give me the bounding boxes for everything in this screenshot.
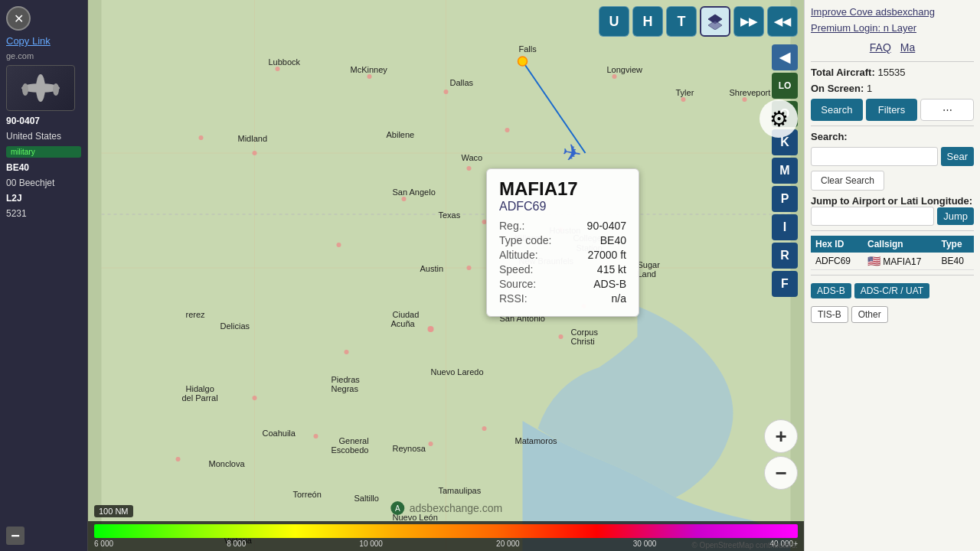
popup-speed-label: Speed: bbox=[499, 263, 533, 276]
cell-callsign: 🇺🇸 MAFIA17 bbox=[863, 253, 937, 270]
map-btn-forward[interactable]: ▶▶ bbox=[733, 6, 764, 37]
map-btn-layers[interactable] bbox=[700, 6, 730, 37]
map-area[interactable]: Falls Dallas Lubbock McKinney Longview T… bbox=[88, 0, 804, 551]
map-top-buttons: U H T ▶▶ ◀◀ bbox=[599, 6, 798, 37]
svg-point-18 bbox=[402, 197, 407, 201]
svg-text:Hidalgo: Hidalgo bbox=[186, 384, 214, 393]
svg-text:Austin: Austin bbox=[420, 264, 444, 273]
svg-text:Texas: Texas bbox=[439, 210, 461, 220]
side-btn-i[interactable]: I bbox=[772, 214, 798, 240]
jump-input[interactable] bbox=[811, 207, 934, 226]
svg-text:Lubbock: Lubbock bbox=[269, 57, 301, 67]
map-btn-h[interactable]: H bbox=[632, 6, 663, 37]
svg-text:Corpus: Corpus bbox=[571, 328, 599, 337]
svg-text:Dallas: Dallas bbox=[450, 78, 474, 87]
collapse-button[interactable]: − bbox=[6, 527, 24, 545]
search-section-label: Search: bbox=[811, 131, 974, 142]
table-row[interactable]: ADFC69 🇺🇸 MAFIA17 BE40 bbox=[811, 253, 974, 270]
svg-marker-82 bbox=[708, 21, 722, 30]
side-btn-lo[interactable]: LO bbox=[772, 73, 798, 99]
col-type: Type bbox=[937, 236, 975, 253]
clear-search-button[interactable]: Clear Search bbox=[811, 171, 884, 191]
popup-rssi-value: n/a bbox=[612, 292, 626, 305]
source-ads-c-button[interactable]: ADS-C/R / UAT bbox=[854, 283, 929, 298]
source-tis-b-button[interactable]: TIS-B bbox=[811, 306, 848, 323]
svg-point-10 bbox=[444, 90, 449, 94]
zoom-buttons: + − bbox=[764, 419, 798, 490]
improve-coverage-link[interactable]: Improve Cove adsbexchang bbox=[811, 6, 974, 18]
svg-text:Midland: Midland bbox=[238, 134, 268, 143]
svg-point-36 bbox=[518, 57, 528, 66]
svg-point-31 bbox=[176, 457, 181, 461]
on-screen-stat: On Screen: 1 bbox=[811, 83, 974, 94]
faq-link[interactable]: FAQ bbox=[870, 41, 891, 54]
popup-source-label: Source: bbox=[499, 278, 536, 290]
svg-point-27 bbox=[253, 151, 257, 155]
search-input[interactable] bbox=[811, 147, 938, 166]
extra-filter-button[interactable]: ⋯ bbox=[920, 99, 974, 121]
aircraft-thumbnail bbox=[6, 65, 75, 111]
svg-text:Negras: Negras bbox=[332, 384, 359, 393]
zoom-out-button[interactable]: − bbox=[764, 456, 798, 490]
svg-point-26 bbox=[337, 243, 341, 247]
popup-speed-value: 415 kt bbox=[597, 263, 626, 276]
popup-reg-value: 90-0407 bbox=[587, 220, 626, 232]
svg-point-14 bbox=[681, 97, 686, 102]
left-reg-value: 90-0407 bbox=[6, 116, 40, 126]
svg-text:Christi: Christi bbox=[571, 337, 595, 346]
search-button[interactable]: Search bbox=[811, 99, 863, 121]
settings-button[interactable]: ⚙ bbox=[760, 99, 798, 138]
side-btn-f[interactable]: F bbox=[772, 271, 798, 297]
watermark: A adsbexchange.com bbox=[390, 500, 502, 516]
left-l2j: L2J bbox=[6, 193, 81, 204]
side-btn-back[interactable]: ◀ bbox=[772, 44, 798, 70]
svg-point-28 bbox=[199, 135, 204, 140]
map-link[interactable]: Ma bbox=[900, 41, 915, 54]
svg-point-25 bbox=[428, 326, 434, 332]
side-btn-m[interactable]: M bbox=[772, 158, 798, 184]
svg-point-33 bbox=[429, 442, 433, 446]
premium-login-link[interactable]: Premium Login: n Layer bbox=[811, 22, 974, 34]
search-action-button[interactable]: Sear bbox=[941, 147, 974, 166]
popup-type-value: BE40 bbox=[600, 234, 626, 246]
cell-hex: ADFC69 bbox=[811, 253, 863, 270]
copy-link[interactable]: Copy Link bbox=[6, 35, 81, 47]
svg-point-29 bbox=[345, 350, 349, 354]
source-buttons: ADS-B ADS-C/R / UAT bbox=[811, 283, 974, 298]
close-button[interactable]: ✕ bbox=[6, 6, 31, 31]
jump-row: Jump bbox=[811, 207, 974, 226]
copyright: © OpenStreetMap contributors. bbox=[691, 541, 798, 549]
jump-button[interactable]: Jump bbox=[937, 207, 974, 225]
results-table: Hex ID Callsign Type ADFC69 🇺🇸 MAFIA17 B… bbox=[811, 236, 974, 270]
other-source-buttons: TIS-B Other bbox=[811, 306, 974, 323]
svg-text:McKinney: McKinney bbox=[351, 65, 388, 74]
source-ads-b-button[interactable]: ADS-B bbox=[811, 283, 851, 298]
svg-point-15 bbox=[743, 97, 747, 102]
popup-reg-label: Reg.: bbox=[499, 220, 524, 232]
color-bar bbox=[94, 524, 798, 538]
zoom-in-button[interactable]: + bbox=[764, 419, 798, 453]
svg-text:Coahuila: Coahuila bbox=[263, 429, 296, 438]
left-sidebar: ✕ Copy Link ge.com 90-0407 United States… bbox=[0, 0, 88, 551]
search-filters-buttons: Search Filters ⋯ bbox=[811, 99, 974, 121]
source-other-button[interactable]: Other bbox=[851, 306, 888, 323]
side-btn-r[interactable]: R bbox=[772, 243, 798, 269]
svg-point-1 bbox=[36, 74, 45, 102]
popup-alt-label: Altitude: bbox=[499, 249, 538, 261]
svg-text:Longview: Longview bbox=[607, 65, 643, 74]
map-btn-u[interactable]: U bbox=[599, 6, 629, 37]
map-btn-t[interactable]: T bbox=[666, 6, 697, 37]
col-callsign: Callsign bbox=[863, 236, 937, 253]
svg-point-22 bbox=[467, 266, 472, 270]
side-btn-p[interactable]: P bbox=[772, 186, 798, 212]
svg-text:Torreón: Torreón bbox=[293, 490, 322, 499]
filters-button[interactable]: Filters bbox=[866, 99, 918, 121]
jump-section: Jump to Airport or Lati Longitude: Jump bbox=[811, 195, 974, 226]
map-btn-backward[interactable]: ◀◀ bbox=[767, 6, 798, 37]
left-type: BE40 bbox=[6, 162, 81, 173]
svg-point-2 bbox=[22, 83, 28, 96]
svg-point-11 bbox=[368, 74, 372, 79]
popup-rssi-label: RSSI: bbox=[499, 292, 528, 305]
total-aircraft-stat: Total Aircraft: 15535 bbox=[811, 67, 974, 78]
popup-hex: ADFC69 bbox=[499, 200, 626, 214]
